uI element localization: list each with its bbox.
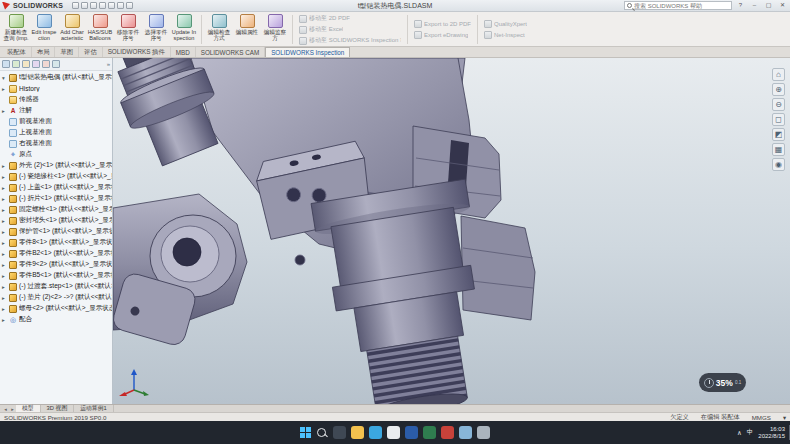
expand-arrow-icon[interactable]: ▸ <box>2 86 7 92</box>
qat-icon[interactable] <box>81 2 88 9</box>
tray-expand-icon[interactable]: ∧ <box>737 429 742 437</box>
ribbon-button[interactable]: Add Characteristic <box>58 13 86 46</box>
cad-model-thermocouple-assembly[interactable] <box>113 58 790 404</box>
tree-item[interactable]: ▸ 密封堵头<1> (默认<<默认>_显示状态 1>) <box>0 215 112 226</box>
taskbar-app-icon[interactable] <box>441 426 454 439</box>
tree-item[interactable]: ▸ 零件8<1> (默认<<默认>_显示状态 1>) <box>0 237 112 248</box>
command-tab[interactable]: SOLIDWORKS CAM <box>196 47 265 57</box>
document-tab[interactable]: 运动算例1 <box>74 405 113 412</box>
tree-item[interactable]: ▸ (-) 折片<1> (默认<<默认>_显示状态 1>) <box>0 193 112 204</box>
command-tab[interactable]: 布局 <box>32 47 56 57</box>
ribbon-button[interactable]: Edit Inspection <box>30 13 58 46</box>
status-item[interactable]: MMGS <box>752 414 771 421</box>
expand-arrow-icon[interactable]: ▸ <box>2 185 7 191</box>
view-tool-icon[interactable]: ◩ <box>772 128 785 141</box>
tree-item[interactable]: ▸ 零件9<2> (默认<<默认>_显示状态 1>) <box>0 259 112 270</box>
ribbon-button[interactable]: 编辑检查方式 <box>205 13 233 46</box>
command-tab[interactable]: 草图 <box>55 47 79 57</box>
tree-item[interactable]: ▸ 外壳 (2)<1> (默认<<默认>_显示状态 1>) <box>0 160 112 171</box>
qat-icon[interactable] <box>126 2 133 9</box>
tab-scroll-right-icon[interactable]: ▸ <box>9 405 16 412</box>
expand-arrow-icon[interactable]: ▸ <box>2 284 7 290</box>
inspection-tab-icon[interactable] <box>52 60 60 68</box>
start-button[interactable] <box>300 427 311 438</box>
search-input[interactable] <box>634 3 724 9</box>
tree-item[interactable]: ▸ (-) 过渡套.step<1> (默认<<默认>_显示状 <box>0 281 112 292</box>
panel-chevron-icon[interactable]: » <box>107 61 110 67</box>
tree-item[interactable]: ▾ t型铠装热电偶 (默认<默认_显示状态-1>) <box>0 72 112 83</box>
expand-arrow-icon[interactable]: ▸ <box>2 207 7 213</box>
help-search-box[interactable] <box>624 1 732 10</box>
qat-icon[interactable] <box>90 2 97 9</box>
view-tool-icon[interactable]: ▦ <box>772 143 785 156</box>
qat-icon[interactable] <box>72 2 79 9</box>
ime-indicator[interactable]: 中 <box>747 428 754 437</box>
configuration-manager-tab-icon[interactable] <box>22 60 30 68</box>
expand-arrow-icon[interactable]: ▸ <box>2 163 7 169</box>
qat-icon[interactable] <box>99 2 106 9</box>
taskbar-app-icon[interactable] <box>459 426 472 439</box>
taskbar-clock[interactable]: 16:03 2022/8/15 <box>758 426 785 440</box>
expand-arrow-icon[interactable]: ▸ <box>2 262 7 268</box>
expand-arrow-icon[interactable]: ▾ <box>2 75 7 81</box>
command-tab[interactable]: 装配体 <box>2 47 32 57</box>
view-tool-icon[interactable]: ⌂ <box>772 68 785 81</box>
qat-icon[interactable] <box>108 2 115 9</box>
tree-item[interactable]: ▸ 注解 <box>0 105 112 116</box>
expand-arrow-icon[interactable]: ▸ <box>2 240 7 246</box>
maximize-button[interactable]: ▢ <box>763 1 774 10</box>
expand-arrow-icon[interactable]: ▸ <box>2 196 7 202</box>
ribbon-button[interactable]: HAS/SUB Balloons <box>86 13 114 46</box>
expand-arrow-icon[interactable]: ▸ <box>2 108 7 114</box>
command-tab[interactable]: SOLIDWORKS 插件 <box>103 47 171 57</box>
tree-item[interactable]: 前视基准面 <box>0 116 112 127</box>
expand-arrow-icon[interactable]: ▸ <box>2 295 7 301</box>
dimxpert-tab-icon[interactable] <box>32 60 40 68</box>
expand-arrow-icon[interactable]: ▸ <box>2 218 7 224</box>
view-tool-icon[interactable]: ◻ <box>772 113 785 126</box>
tree-item[interactable]: ▸ History <box>0 83 112 94</box>
view-tool-icon[interactable]: ⊖ <box>772 98 785 111</box>
tree-item[interactable]: ▸ 螺母<2> (默认<<默认>_显示状态 1>) <box>0 303 112 314</box>
feature-tree-tab-icon[interactable] <box>2 60 10 68</box>
expand-arrow-icon[interactable]: ▸ <box>2 251 7 257</box>
taskbar-app-icon[interactable] <box>423 426 436 439</box>
tree-item[interactable]: ▸ (-) 上盖<1> (默认<<默认>_显示状态 1>) <box>0 182 112 193</box>
ribbon-button[interactable]: 编辑监察方 <box>261 13 289 46</box>
expand-arrow-icon[interactable]: ▸ <box>2 273 7 279</box>
taskbar-app-icon[interactable] <box>387 426 400 439</box>
command-tab[interactable]: 评估 <box>79 47 103 57</box>
tree-item[interactable]: 上视基准面 <box>0 127 112 138</box>
taskbar-app-icon[interactable] <box>333 426 346 439</box>
tree-item[interactable]: 原点 <box>0 149 112 160</box>
taskbar-app-icon[interactable] <box>351 426 364 439</box>
graphics-viewport[interactable]: ⌂⊕⊖◻◩▦◉ 35% 0.1 <box>113 58 790 404</box>
ribbon-button[interactable]: 移除零件序号 <box>114 13 142 46</box>
taskbar-app-icon[interactable] <box>477 426 490 439</box>
taskbar-search-icon[interactable] <box>316 427 328 439</box>
ribbon-button[interactable]: Update Inspection <box>170 13 198 46</box>
view-tool-icon[interactable]: ◉ <box>772 158 785 171</box>
expand-arrow-icon[interactable]: ▸ <box>2 229 7 235</box>
tree-item[interactable]: ▸ 固定螺栓<1> (默认<<默认>_显示状态 1>) <box>0 204 112 215</box>
tree-item[interactable]: 传感器 <box>0 94 112 105</box>
tree-item[interactable]: 右视基准面 <box>0 138 112 149</box>
document-tab[interactable]: 模型 <box>16 405 41 412</box>
tree-item[interactable]: ▸ (-) 垫片 (2)<2> ->? (默认<<默认>_显示状 <box>0 292 112 303</box>
property-manager-tab-icon[interactable] <box>12 60 20 68</box>
tree-item[interactable]: ▸ 保护管<1> (默认<<默认>_显示状态 1>) <box>0 226 112 237</box>
qat-icon[interactable] <box>117 2 124 9</box>
command-tab[interactable]: SOLIDWORKS Inspection <box>265 47 350 57</box>
tree-item[interactable]: ▸ 零件B5<1> (默认<<默认>_显示状态 1>) <box>0 270 112 281</box>
tree-item[interactable]: ▸ (-) 瓷绝缘柱<1> (默认<<默认>_显示状态 <box>0 171 112 182</box>
view-tool-icon[interactable]: ⊕ <box>772 83 785 96</box>
expand-arrow-icon[interactable]: ▸ <box>2 317 7 323</box>
tree-item[interactable]: ▸ 零件B2<1> (默认<<默认>_显示状态 1>) <box>0 248 112 259</box>
tab-scroll-left-icon[interactable]: ◂ <box>2 405 9 412</box>
taskbar-app-icon[interactable] <box>369 426 382 439</box>
display-manager-tab-icon[interactable] <box>42 60 50 68</box>
minimize-button[interactable]: – <box>749 1 760 10</box>
command-tab[interactable]: MBD <box>171 47 196 57</box>
document-tab[interactable]: 3D 视图 <box>41 405 75 412</box>
help-button[interactable]: ? <box>735 1 746 10</box>
